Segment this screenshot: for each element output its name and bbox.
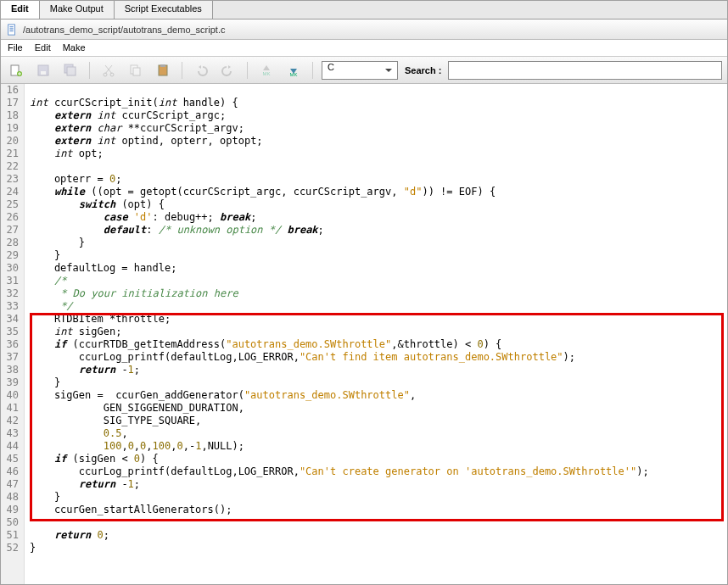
code-editor[interactable]: 1617181920212223242526272829303132333435… <box>1 84 727 584</box>
redo-button[interactable] <box>218 60 238 81</box>
code-line[interactable]: } <box>30 249 727 262</box>
tab-make-output[interactable]: Make Output <box>40 1 115 19</box>
tabs-row: Edit Make Output Script Executables <box>1 1 727 20</box>
code-line[interactable]: return -1; <box>30 478 727 491</box>
copy-button[interactable] <box>126 60 146 81</box>
svg-text:MK: MK <box>263 71 271 76</box>
code-line[interactable]: int opt; <box>30 148 727 160</box>
code-line[interactable]: case 'd': debug++; break; <box>30 211 727 224</box>
code-line[interactable]: default: /* unknown option */ break; <box>30 224 727 237</box>
code-line[interactable]: int ccurCScript_init(int handle) { <box>30 97 727 109</box>
code-line[interactable]: int sigGen; <box>30 326 727 338</box>
code-line[interactable]: RTDBItem *throttle; <box>30 313 727 326</box>
new-file-button[interactable] <box>6 60 26 81</box>
code-line[interactable]: extern int ccurCScript_argc; <box>30 109 727 122</box>
save-button[interactable] <box>33 60 53 81</box>
code-line[interactable] <box>30 160 727 173</box>
code-line[interactable]: 100,0,0,100,0,-1,NULL); <box>30 440 727 453</box>
code-line[interactable]: extern char **ccurCScript_argv; <box>30 122 727 135</box>
code-line[interactable] <box>30 84 727 97</box>
menu-edit[interactable]: Edit <box>35 42 51 53</box>
search-input[interactable] <box>448 61 722 80</box>
code-content[interactable]: int ccurCScript_init(int handle) { exter… <box>25 84 727 584</box>
tab-edit[interactable]: Edit <box>1 1 40 19</box>
code-line[interactable]: while ((opt = getopt(ccurCScript_argc, c… <box>30 186 727 198</box>
bookmark-prev-button[interactable]: MK <box>256 60 277 81</box>
toolbar: MK MK C Search : <box>1 57 727 84</box>
file-path: /autotrans_demo_script/autotrans_demo_sc… <box>23 25 225 35</box>
svg-rect-4 <box>41 71 46 75</box>
code-line[interactable]: opterr = 0; <box>30 173 727 186</box>
code-line[interactable]: return -1; <box>30 364 727 376</box>
paste-button[interactable] <box>153 60 173 81</box>
path-bar: /autotrans_demo_script/autotrans_demo_sc… <box>1 20 727 40</box>
code-line[interactable]: ccurLog_printf(defaultLog,LOG_ERROR,"Can… <box>30 465 727 478</box>
code-line[interactable] <box>30 516 727 529</box>
code-line[interactable]: } <box>30 491 727 504</box>
svg-rect-12 <box>160 64 165 67</box>
menu-file[interactable]: File <box>8 42 23 53</box>
code-line[interactable]: GEN_SIGGENEND_DURATION, <box>30 402 727 415</box>
code-line[interactable]: */ <box>30 300 727 313</box>
code-line[interactable]: if (ccurRTDB_getItemAddress("autotrans_d… <box>30 338 727 351</box>
bookmark-next-button[interactable]: MK <box>283 60 304 81</box>
undo-button[interactable] <box>191 60 211 81</box>
code-line[interactable]: * Do your initialization here <box>30 287 727 300</box>
svg-rect-10 <box>133 68 140 75</box>
separator <box>89 62 90 79</box>
language-mode-select[interactable]: C <box>322 61 398 80</box>
code-line[interactable]: SIG_TYPE_SQUARE, <box>30 415 727 427</box>
code-line[interactable]: sigGen = ccurGen_addGenerator("autotrans… <box>30 389 727 402</box>
code-line[interactable]: } <box>30 376 727 389</box>
code-line[interactable]: 0.5, <box>30 427 727 440</box>
line-number-gutter: 1617181920212223242526272829303132333435… <box>1 84 25 584</box>
document-icon <box>6 24 18 36</box>
search-label: Search : <box>405 65 441 75</box>
separator <box>312 62 313 79</box>
code-line[interactable]: ccurLog_printf(defaultLog,LOG_ERROR,"Can… <box>30 351 727 364</box>
save-all-button[interactable] <box>60 60 81 81</box>
separator <box>247 62 248 79</box>
code-line[interactable]: } <box>30 542 727 554</box>
svg-rect-6 <box>67 67 76 75</box>
menu-make[interactable]: Make <box>63 42 86 53</box>
code-line[interactable]: } <box>30 237 727 249</box>
separator <box>182 62 182 79</box>
code-line[interactable]: /* <box>30 275 727 287</box>
code-line[interactable]: ccurGen_startAllGenerators(); <box>30 504 727 516</box>
menubar: File Edit Make <box>1 40 727 57</box>
code-line[interactable]: extern int optind, opterr, optopt; <box>30 135 727 148</box>
code-line[interactable]: defaultLog = handle; <box>30 262 727 275</box>
code-line[interactable]: return 0; <box>30 529 727 542</box>
code-line[interactable]: if (sigGen < 0) { <box>30 453 727 465</box>
tab-script-executables[interactable]: Script Executables <box>115 1 213 19</box>
svg-text:MK: MK <box>290 72 298 77</box>
cut-button[interactable] <box>98 60 119 81</box>
code-line[interactable]: switch (opt) { <box>30 198 727 211</box>
